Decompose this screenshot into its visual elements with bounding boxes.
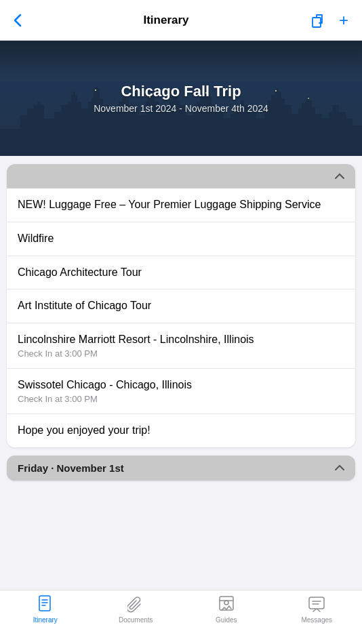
- back-button[interactable]: [11, 11, 24, 30]
- map-pin-icon: [218, 596, 235, 613]
- friday-chevron-up-icon: [335, 462, 344, 473]
- tab-guides[interactable]: Guides: [181, 596, 272, 624]
- item-title: Wildfire: [18, 232, 344, 246]
- hero-banner: Chicago Fall Trip November 1st 2024 - No…: [0, 41, 362, 156]
- chevron-up-icon: [335, 171, 344, 182]
- svg-rect-0: [313, 18, 321, 27]
- header: Itinerary +: [0, 0, 362, 41]
- svg-rect-5: [275, 90, 277, 92]
- tab-guides-label: Guides: [216, 616, 237, 624]
- item-title: Hope you enjoyed your trip!: [18, 424, 344, 438]
- main-section-card: NEW! Luggage Free – Your Premier Luggage…: [7, 164, 355, 447]
- svg-rect-14: [309, 597, 324, 609]
- tab-messages-label: Messages: [301, 616, 332, 624]
- header-right: +: [308, 8, 351, 33]
- tab-itinerary[interactable]: Itinerary: [0, 596, 91, 624]
- trip-title: Chicago Fall Trip: [94, 83, 268, 100]
- hero-text: Chicago Fall Trip November 1st 2024 - No…: [94, 83, 268, 114]
- share-button[interactable]: [308, 10, 328, 31]
- friday-section: Friday · November 1st: [7, 456, 355, 481]
- item-subtitle: Check In at 3:00 PM: [18, 348, 344, 359]
- tab-documents-label: Documents: [119, 616, 153, 624]
- friday-header[interactable]: Friday · November 1st: [7, 456, 355, 481]
- tab-documents[interactable]: Documents: [91, 596, 182, 624]
- paperclip-icon: [127, 596, 144, 613]
- svg-rect-6: [308, 98, 309, 99]
- list-item[interactable]: Lincolnshire Marriott Resort - Lincolnsh…: [7, 323, 355, 369]
- list-item[interactable]: Swissotel Chicago - Chicago, Illinois Ch…: [7, 369, 355, 414]
- header-left: [11, 11, 24, 30]
- friday-header-text: Friday · November 1st: [18, 462, 124, 474]
- list-item[interactable]: Hope you enjoyed your trip!: [7, 414, 355, 447]
- item-title: Art Institute of Chicago Tour: [18, 299, 344, 313]
- content-area: NEW! Luggage Free – Your Premier Luggage…: [0, 156, 362, 597]
- svg-point-12: [224, 601, 228, 605]
- item-title: NEW! Luggage Free – Your Premier Luggage…: [18, 198, 344, 212]
- item-title: Chicago Architecture Tour: [18, 266, 344, 280]
- message-icon: [308, 596, 325, 613]
- item-title: Swissotel Chicago - Chicago, Illinois: [18, 378, 344, 393]
- page-title: Itinerary: [143, 14, 188, 27]
- list-item[interactable]: Art Institute of Chicago Tour: [7, 289, 355, 323]
- svg-rect-7: [39, 596, 50, 611]
- add-button[interactable]: +: [336, 8, 351, 33]
- item-subtitle: Check In at 3:00 PM: [18, 394, 344, 404]
- tab-messages[interactable]: Messages: [272, 596, 363, 624]
- document-icon: [37, 596, 54, 613]
- tab-itinerary-label: Itinerary: [33, 616, 58, 624]
- list-item[interactable]: Chicago Architecture Tour: [7, 256, 355, 290]
- list-item[interactable]: Wildfire: [7, 222, 355, 256]
- trip-dates: November 1st 2024 - November 4th 2024: [94, 103, 268, 114]
- item-title: Lincolnshire Marriott Resort - Lincolnsh…: [18, 333, 344, 347]
- list-item[interactable]: NEW! Luggage Free – Your Premier Luggage…: [7, 188, 355, 222]
- section-header[interactable]: [7, 164, 355, 188]
- tab-bar: Itinerary Documents Guides: [0, 590, 362, 644]
